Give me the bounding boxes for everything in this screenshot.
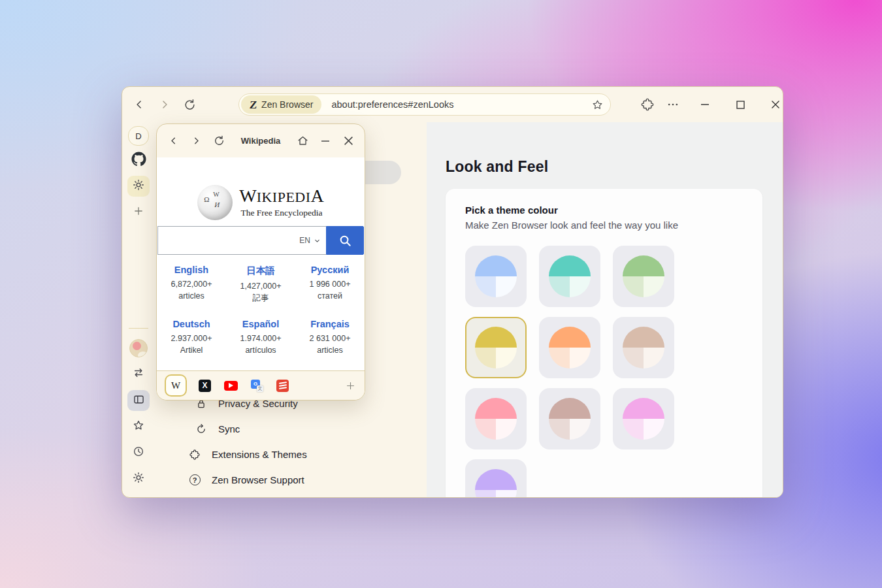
language-article-count: 1 996 000+статей (295, 278, 365, 302)
translate-white-tile: 文 (257, 385, 263, 392)
shortcut-todoist-icon[interactable] (276, 380, 289, 392)
settings-nav-item-sync[interactable]: Sync (122, 416, 403, 442)
language-link[interactable]: Español (226, 319, 295, 329)
theme-colour-green[interactable] (613, 246, 674, 307)
theme-colour-swatch (475, 398, 517, 440)
theme-colour-swatch (475, 469, 517, 497)
mini-reload-icon[interactable] (212, 135, 225, 148)
language-link[interactable]: Français (295, 319, 365, 329)
puzzle-icon (188, 448, 201, 461)
language-cell: Español1.974.000+artículos (226, 319, 295, 356)
shortcut-x-twitter-icon[interactable]: X (199, 380, 211, 392)
magnifier-icon (338, 233, 353, 248)
workspace-pill[interactable]: D (128, 126, 149, 146)
settings-nav-label: Sync (218, 423, 240, 434)
theme-colour-lavender[interactable] (465, 459, 527, 497)
tab-settings-active[interactable] (127, 176, 150, 197)
site-identity-pill[interactable]: Z Zen Browser (241, 95, 322, 114)
profile-avatar (129, 339, 148, 357)
add-shortcut-button[interactable] (345, 380, 356, 391)
theme-colour-salmon[interactable] (465, 388, 527, 449)
maximize-button[interactable] (733, 97, 747, 112)
theme-colour-swatch (623, 255, 664, 297)
language-link[interactable]: Русский (295, 265, 365, 275)
language-article-count: 1,427,000+記事 (226, 280, 295, 304)
plus-icon (133, 205, 144, 220)
theme-colour-blue[interactable] (465, 246, 527, 307)
language-link[interactable]: Deutsch (157, 319, 226, 329)
theme-colour-gold-selected[interactable] (465, 317, 527, 378)
globe-glyph: И (214, 201, 220, 208)
mini-close-button[interactable] (342, 135, 355, 148)
home-icon[interactable] (296, 135, 309, 148)
mini-browser-shortcuts: WXG文 (157, 370, 365, 400)
wikipedia-page: ΩWИ WIKIPEDIA The Free Encyclopedia EN (157, 157, 365, 370)
theme-colour-orange[interactable] (539, 317, 600, 378)
theme-colour-swatch (549, 398, 591, 440)
shortcut-google-translate-icon[interactable]: G文 (251, 380, 263, 392)
settings-nav-item-puzzle[interactable]: Extensions & Themes (122, 442, 403, 467)
forward-icon[interactable] (157, 97, 172, 112)
settings-nav: Privacy & SecuritySyncExtensions & Theme… (122, 391, 403, 493)
language-article-count: 2.937.000+Artikel (157, 333, 226, 356)
language-cell: 日本語1,427,000+記事 (226, 265, 295, 304)
extensions-puzzle-icon[interactable] (640, 97, 655, 112)
theme-colour-tan[interactable] (613, 317, 674, 378)
wikipedia-tagline: The Free Encyclopedia (239, 208, 324, 218)
todoist-bar (278, 382, 286, 384)
rail-divider (129, 328, 148, 329)
mini-minimize-button[interactable] (319, 135, 332, 148)
mini-back-icon[interactable] (167, 135, 180, 148)
shortcut-wikipedia-icon[interactable]: W (166, 376, 186, 395)
back-icon[interactable] (132, 97, 146, 112)
theme-colour-grid (465, 246, 743, 497)
wikipedia-language-grid: English6,872,000+articles日本語1,427,000+記事… (157, 265, 365, 356)
language-link[interactable]: English (157, 265, 226, 275)
shortcut-youtube-icon[interactable] (224, 381, 238, 391)
language-link[interactable]: 日本語 (226, 265, 295, 277)
play-triangle-icon (229, 383, 233, 388)
mini-forward-icon[interactable] (189, 135, 203, 148)
reload-icon[interactable] (183, 97, 197, 112)
zen-logo-icon: Z (249, 99, 257, 110)
desktop-background: Z Zen Browser about:preferences#zenLooks (0, 0, 882, 588)
bookmark-star-icon[interactable] (591, 97, 605, 112)
settings-nav-label: Zen Browser Support (212, 474, 304, 485)
profile-button[interactable] (127, 338, 150, 359)
github-icon (131, 152, 146, 169)
wikipedia-search-button[interactable] (326, 226, 364, 255)
language-article-count: 2 631 000+articles (295, 333, 365, 356)
wikipedia-wordmark: WIKIPEDIA (239, 187, 324, 205)
language-cell: Français2 631 000+articles (295, 319, 365, 356)
language-cell: Русский1 996 000+статей (295, 265, 365, 304)
gear-icon (132, 178, 145, 194)
theme-colour-mauve[interactable] (539, 388, 600, 449)
settings-nav-label: Extensions & Themes (212, 449, 307, 460)
settings-nav-item-help[interactable]: ?Zen Browser Support (122, 467, 403, 493)
todoist-bar (278, 387, 286, 389)
new-tab-button[interactable] (127, 202, 150, 223)
wikipedia-search-bar: EN (157, 226, 364, 255)
theme-colour-swatch (549, 327, 591, 368)
plus-icon (345, 380, 356, 391)
close-button[interactable] (768, 97, 783, 112)
minimize-button[interactable] (698, 97, 712, 112)
wikipedia-language-selector[interactable]: EN (299, 227, 321, 254)
browser-toolbar: Z Zen Browser about:preferences#zenLooks (122, 87, 783, 122)
url-text[interactable]: about:preferences#zenLooks (331, 99, 590, 110)
workspace-switch-button[interactable] (127, 364, 150, 385)
theme-card-subheading: Make Zen Browser look and feel the way y… (465, 220, 743, 231)
theme-colour-teal[interactable] (539, 246, 600, 307)
tab-github[interactable] (127, 150, 150, 171)
wikipedia-logo-block: ΩWИ WIKIPEDIA The Free Encyclopedia (157, 185, 365, 220)
page-title: Look and Feel (446, 158, 548, 176)
url-bar[interactable]: Z Zen Browser about:preferences#zenLooks (238, 93, 611, 116)
mini-browser-title: Wikipedia (235, 136, 286, 146)
site-identity-label: Zen Browser (261, 99, 313, 110)
menu-dots-icon[interactable] (666, 97, 680, 112)
theme-colour-orchid[interactable] (613, 388, 674, 449)
theme-card-heading: Pick a theme colour (465, 204, 743, 216)
wikipedia-globe-icon: ΩWИ (197, 185, 233, 220)
preferences-panel: Look and Feel Pick a theme colour Make Z… (427, 122, 783, 497)
mini-browser-window: Wikipedia ΩWИ WIKIPEDIA The Free Encyclo… (156, 123, 365, 400)
